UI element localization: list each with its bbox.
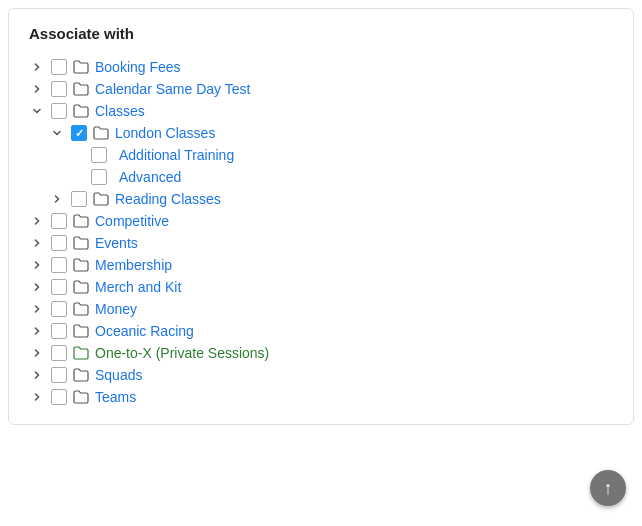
item-label-oceanic-racing: Oceanic Racing bbox=[95, 323, 194, 339]
checkbox-money[interactable] bbox=[51, 301, 67, 317]
item-label-one-to-x: One-to-X (Private Sessions) bbox=[95, 345, 269, 361]
folder-icon-money bbox=[73, 301, 89, 317]
tree-list: Booking Fees Calendar Same Day Test Clas… bbox=[29, 56, 613, 408]
item-label-merch-and-kit: Merch and Kit bbox=[95, 279, 181, 295]
checkbox-reading-classes[interactable] bbox=[71, 191, 87, 207]
folder-icon-membership bbox=[73, 257, 89, 273]
checkbox-events[interactable] bbox=[51, 235, 67, 251]
tree-item-competitive: Competitive bbox=[29, 210, 613, 232]
tree-item-oceanic-racing: Oceanic Racing bbox=[29, 320, 613, 342]
chevron-teams[interactable] bbox=[29, 389, 45, 405]
panel-title: Associate with bbox=[29, 25, 613, 42]
tree-item-classes: Classes bbox=[29, 100, 613, 122]
tree-item-events: Events bbox=[29, 232, 613, 254]
item-label-london-classes: London Classes bbox=[115, 125, 215, 141]
chevron-london-classes[interactable] bbox=[49, 125, 65, 141]
tree-item-calendar-same-day: Calendar Same Day Test bbox=[29, 78, 613, 100]
tree-row-money[interactable]: Money bbox=[29, 298, 613, 320]
tree-item-money: Money bbox=[29, 298, 613, 320]
tree-row-events[interactable]: Events bbox=[29, 232, 613, 254]
checkbox-competitive[interactable] bbox=[51, 213, 67, 229]
tree-row-one-to-x[interactable]: One-to-X (Private Sessions) bbox=[29, 342, 613, 364]
checkbox-merch-and-kit[interactable] bbox=[51, 279, 67, 295]
item-label-additional-training: Additional Training bbox=[119, 147, 234, 163]
tree-item-advanced: Advanced bbox=[29, 166, 613, 188]
tree-item-booking-fees: Booking Fees bbox=[29, 56, 613, 78]
tree-row-teams[interactable]: Teams bbox=[29, 386, 613, 408]
folder-icon-events bbox=[73, 235, 89, 251]
tree-item-membership: Membership bbox=[29, 254, 613, 276]
folder-icon-oceanic-racing bbox=[73, 323, 89, 339]
item-label-teams: Teams bbox=[95, 389, 136, 405]
checkbox-oceanic-racing[interactable] bbox=[51, 323, 67, 339]
item-label-membership: Membership bbox=[95, 257, 172, 273]
checkbox-teams[interactable] bbox=[51, 389, 67, 405]
item-label-squads: Squads bbox=[95, 367, 142, 383]
item-label-competitive: Competitive bbox=[95, 213, 169, 229]
chevron-merch-and-kit[interactable] bbox=[29, 279, 45, 295]
checkbox-membership[interactable] bbox=[51, 257, 67, 273]
item-label-calendar-same-day: Calendar Same Day Test bbox=[95, 81, 250, 97]
tree-item-squads: Squads bbox=[29, 364, 613, 386]
checkbox-london-classes[interactable] bbox=[71, 125, 87, 141]
scroll-top-button[interactable]: ↑ bbox=[590, 470, 626, 506]
tree-row-london-classes[interactable]: London Classes bbox=[29, 122, 613, 144]
tree-row-membership[interactable]: Membership bbox=[29, 254, 613, 276]
chevron-classes[interactable] bbox=[29, 103, 45, 119]
checkbox-calendar-same-day[interactable] bbox=[51, 81, 67, 97]
chevron-events[interactable] bbox=[29, 235, 45, 251]
item-label-advanced: Advanced bbox=[119, 169, 181, 185]
chevron-reading-classes[interactable] bbox=[49, 191, 65, 207]
folder-icon-booking-fees bbox=[73, 59, 89, 75]
item-label-events: Events bbox=[95, 235, 138, 251]
tree-item-one-to-x: One-to-X (Private Sessions) bbox=[29, 342, 613, 364]
tree-item-merch-and-kit: Merch and Kit bbox=[29, 276, 613, 298]
chevron-competitive[interactable] bbox=[29, 213, 45, 229]
folder-icon-one-to-x bbox=[73, 345, 89, 361]
tree-row-squads[interactable]: Squads bbox=[29, 364, 613, 386]
chevron-one-to-x[interactable] bbox=[29, 345, 45, 361]
tree-row-calendar-same-day[interactable]: Calendar Same Day Test bbox=[29, 78, 613, 100]
tree-row-advanced[interactable]: Advanced bbox=[29, 166, 613, 188]
checkbox-squads[interactable] bbox=[51, 367, 67, 383]
folder-icon-merch-and-kit bbox=[73, 279, 89, 295]
item-label-money: Money bbox=[95, 301, 137, 317]
associate-with-panel: Associate with Booking Fees Calendar Sam… bbox=[8, 8, 634, 425]
checkbox-one-to-x[interactable] bbox=[51, 345, 67, 361]
chevron-oceanic-racing[interactable] bbox=[29, 323, 45, 339]
folder-icon-competitive bbox=[73, 213, 89, 229]
tree-row-classes[interactable]: Classes bbox=[29, 100, 613, 122]
tree-row-reading-classes[interactable]: Reading Classes bbox=[29, 188, 613, 210]
tree-item-additional-training: Additional Training bbox=[29, 144, 613, 166]
chevron-money[interactable] bbox=[29, 301, 45, 317]
tree-row-oceanic-racing[interactable]: Oceanic Racing bbox=[29, 320, 613, 342]
tree-row-competitive[interactable]: Competitive bbox=[29, 210, 613, 232]
folder-icon-squads bbox=[73, 367, 89, 383]
chevron-squads[interactable] bbox=[29, 367, 45, 383]
tree-row-booking-fees[interactable]: Booking Fees bbox=[29, 56, 613, 78]
item-label-booking-fees: Booking Fees bbox=[95, 59, 181, 75]
item-label-reading-classes: Reading Classes bbox=[115, 191, 221, 207]
tree-row-merch-and-kit[interactable]: Merch and Kit bbox=[29, 276, 613, 298]
chevron-calendar-same-day[interactable] bbox=[29, 81, 45, 97]
checkbox-classes[interactable] bbox=[51, 103, 67, 119]
folder-icon-reading-classes bbox=[93, 191, 109, 207]
folder-icon-london-classes bbox=[93, 125, 109, 141]
folder-icon-calendar-same-day bbox=[73, 81, 89, 97]
tree-row-additional-training[interactable]: Additional Training bbox=[29, 144, 613, 166]
chevron-booking-fees[interactable] bbox=[29, 59, 45, 75]
item-label-classes: Classes bbox=[95, 103, 145, 119]
folder-icon-classes bbox=[73, 103, 89, 119]
tree-item-teams: Teams bbox=[29, 386, 613, 408]
tree-item-london-classes: London Classes bbox=[29, 122, 613, 144]
folder-icon-teams bbox=[73, 389, 89, 405]
chevron-membership[interactable] bbox=[29, 257, 45, 273]
checkbox-booking-fees[interactable] bbox=[51, 59, 67, 75]
checkbox-additional-training[interactable] bbox=[91, 147, 107, 163]
checkbox-advanced[interactable] bbox=[91, 169, 107, 185]
tree-item-reading-classes: Reading Classes bbox=[29, 188, 613, 210]
